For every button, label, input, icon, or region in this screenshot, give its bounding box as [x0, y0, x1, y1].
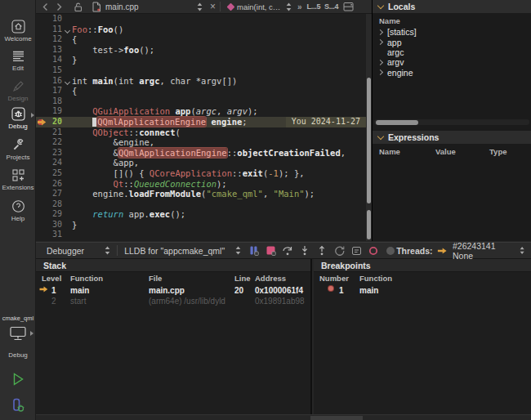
mode-item-label: Welcome — [4, 35, 31, 42]
toolbar-separator — [117, 245, 118, 256]
step-out-button[interactable] — [316, 245, 328, 257]
chevron-right-icon[interactable] — [378, 60, 387, 65]
breakpoint-cell: 1 — [339, 286, 344, 295]
line-column-indicator[interactable]: L...5 — [307, 2, 321, 11]
scrollbar-thumb[interactable] — [367, 78, 371, 203]
show-debugger-log-button[interactable] — [350, 245, 362, 257]
stack-cell: 2 — [51, 297, 56, 306]
scrollbar-thumb[interactable] — [376, 120, 418, 125]
column-value: Value — [435, 147, 456, 156]
restart-button[interactable] — [333, 245, 345, 257]
text-cursor — [92, 118, 96, 127]
stack-frame-row[interactable]: 2start(arm64e) /usr/lib/dyld0x19891ab98 — [36, 295, 310, 306]
breakpoint-marker[interactable] — [36, 118, 47, 127]
record-toggle[interactable] — [368, 245, 379, 257]
breakpoint-row[interactable]: 1main — [314, 284, 531, 295]
breakpoints-panel: Breakpoints Number Function 1main — [314, 259, 531, 414]
line-number: 13 — [47, 45, 62, 56]
step-into-button[interactable] — [299, 245, 310, 257]
chevron-down-icon — [377, 133, 384, 140]
code-text: Foo::Foo() — [72, 25, 123, 35]
forward-arrow-icon — [56, 2, 63, 11]
chevron-right-icon[interactable] — [378, 70, 387, 74]
code-editor[interactable]: 1011Foo::Foo()12{13 test->foo();14}1516i… — [36, 14, 366, 241]
expressions-section-header[interactable]: Expressions — [373, 131, 531, 145]
method-symbol-icon — [228, 4, 234, 10]
code-line-13: 13 test->foo(); — [36, 45, 366, 56]
mode-item-extensions[interactable]: Extensions — [0, 168, 36, 191]
code-line-28: 28 — [36, 199, 366, 210]
bottom-scrollbar-strip[interactable] — [36, 414, 531, 420]
step-into-icon — [300, 245, 310, 256]
kit-selector-arrow-icon — [30, 331, 33, 336]
stack-cell: 0x1000061f4 — [255, 286, 303, 295]
chevron-right-icon[interactable] — [378, 40, 387, 44]
selection-indicator[interactable]: S...4 — [324, 2, 338, 11]
stack-frame-row[interactable]: 1mainmain.cpp200x1000061f4 — [36, 284, 310, 295]
code-text: QGuiApplication app(argc, argv); — [72, 106, 258, 117]
close-document-button[interactable]: × — [210, 2, 216, 11]
symbol-selector[interactable]: main(int, c… — [237, 2, 286, 11]
step-over-icon — [282, 245, 293, 256]
line-number: 31 — [47, 230, 62, 240]
mode-item-help[interactable]: Help — [0, 199, 36, 222]
toolbar-separator — [220, 2, 221, 11]
mode-item-debug[interactable]: Debug — [0, 107, 36, 130]
code-text: } — [72, 55, 77, 65]
stop-debugger-button[interactable] — [265, 245, 276, 257]
code-line-11: 11Foo::Foo() — [36, 25, 366, 35]
debugger-toolbar: Debugger LLDB for "appcmake_qml" — [36, 242, 531, 259]
stack-panel: Stack Level Function File Line Address 1… — [36, 259, 312, 414]
split-editor-button[interactable] — [343, 2, 354, 11]
sort-arrows-icon — [105, 246, 110, 255]
line-number: 12 — [47, 34, 62, 45]
perspective-selector[interactable]: Debugger — [47, 246, 110, 256]
locals-item-app[interactable]: app — [373, 37, 531, 47]
mode-item-projects[interactable]: Projects — [0, 138, 36, 161]
fold-marker[interactable] — [62, 76, 72, 87]
locals-item-argv[interactable]: argv — [373, 57, 531, 67]
fold-marker[interactable] — [62, 25, 72, 35]
forward-button[interactable] — [56, 2, 63, 11]
back-button[interactable] — [42, 2, 49, 11]
locals-item-statics[interactable]: [statics] — [373, 27, 531, 37]
code-line-30: 30} — [36, 220, 366, 230]
git-blame-annotation: You 2024-11-27 — [286, 117, 366, 127]
file-lock-button[interactable] — [73, 2, 83, 12]
threads-selector[interactable]: Threads: #26243141 None — [396, 241, 531, 261]
mode-item-welcome[interactable]: Welcome — [0, 20, 36, 42]
document-dropdown-button[interactable] — [197, 2, 203, 11]
code-text: { — [72, 34, 77, 45]
locals-item-engine[interactable]: engine — [373, 68, 531, 78]
run-button[interactable] — [11, 372, 25, 386]
mode-item-edit[interactable]: Edit — [0, 49, 36, 72]
code-text: &app, — [72, 158, 139, 168]
locals-item-label: engine — [387, 68, 413, 78]
debug-engine-selector[interactable]: LLDB for "appcmake_qml" — [124, 246, 241, 256]
start-debugging-button[interactable] — [11, 398, 25, 413]
debug-control-icons — [248, 245, 396, 257]
mode-selector: Welcome Edit Design Debug Projects — [0, 0, 36, 420]
interrupt-button[interactable] — [248, 245, 259, 257]
stack-cell: start — [70, 297, 86, 306]
open-document-selector[interactable]: main.cpp — [105, 2, 197, 11]
scrollbar-thumb[interactable] — [367, 210, 371, 239]
toolbar-overflow-indicator[interactable]: » — [297, 2, 302, 11]
stack-cell: 20 — [234, 286, 243, 295]
locals-item-argc[interactable]: argc — [373, 47, 531, 57]
code-line-29: 29 return app.exec(); — [36, 209, 366, 220]
locals-hscrollbar[interactable] — [374, 119, 529, 125]
circle-icon — [386, 246, 395, 256]
stack-cell: 1 — [51, 286, 56, 295]
editor-scrollbar[interactable] — [366, 14, 372, 241]
scrollbar-thumb[interactable] — [310, 416, 363, 420]
mode-item-design: Design — [0, 79, 36, 102]
locals-item-label: argv — [387, 57, 404, 67]
code-line-14: 14} — [36, 55, 366, 65]
chevron-right-icon[interactable] — [378, 30, 387, 34]
step-over-button[interactable] — [282, 245, 293, 257]
symbol-dropdown-button[interactable] — [286, 2, 292, 11]
code-text: test->foo(); — [72, 45, 154, 56]
locals-section-header[interactable]: Locals — [373, 0, 531, 14]
code-line-23: 23 &QQmlApplicationEngine::objectCreatio… — [36, 148, 366, 159]
